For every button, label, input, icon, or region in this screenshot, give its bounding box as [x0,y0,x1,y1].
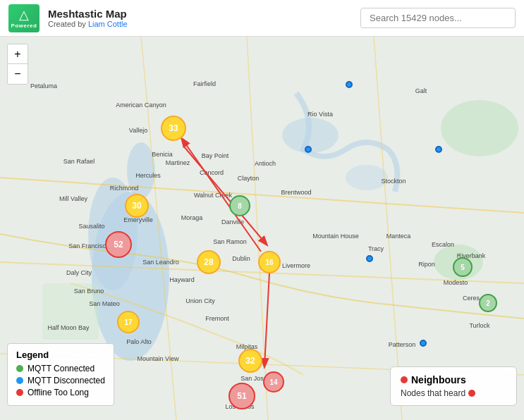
node-cluster-c1[interactable]: 33 [161,116,186,141]
legend-item-label: Offline Too Long [28,388,89,397]
legend-color-dot [16,377,23,384]
svg-point-5 [346,165,388,190]
legend-title: Legend [16,350,105,360]
svg-point-3 [127,142,155,199]
node-cluster-c5[interactable]: 28 [197,250,221,274]
zoom-out-button[interactable]: − [8,64,28,84]
app-title: Meshtastic Map [48,8,128,20]
subtitle-prefix: Created by [48,20,88,28]
blue-dot-b4[interactable] [366,255,373,262]
legend-items: MQTT ConnectedMQTT DisconnectedOffline T… [16,364,105,397]
node-cluster-c7[interactable]: 16 [258,251,281,273]
legend-color-dot [16,389,23,396]
neighbours-subtitle: Nodes that heard [401,388,506,398]
legend-item: MQTT Disconnected [16,376,105,385]
zoom-in-button[interactable]: + [8,44,28,64]
subtitle: Created by Liam Cottle [48,20,128,28]
neighbours-icon [401,376,408,383]
legend: Legend MQTT ConnectedMQTT DisconnectedOf… [7,343,114,406]
node-cluster-c6[interactable]: 8 [229,195,250,216]
node-cluster-c8[interactable]: 32 [238,349,262,373]
zoom-controls: + − [7,44,28,85]
node-cluster-c9[interactable]: 14 [263,371,284,393]
blue-dot-b2[interactable] [305,146,312,153]
search-input[interactable] [360,8,516,28]
neighbours-title-text: Neighbours [411,374,466,385]
neighbours-title: Neighbours [401,374,506,385]
logo-icon: △ [19,7,29,23]
legend-item: MQTT Connected [16,364,105,373]
legend-item-label: MQTT Disconnected [28,376,105,385]
legend-color-dot [16,365,23,372]
header: △ Powered Meshtastic Map Created by Liam… [0,0,524,37]
node-cluster-c11[interactable]: 5 [453,257,473,277]
map-container: + − 333052172881632145152 PetalumaFairfi… [0,37,524,420]
svg-point-12 [441,100,518,156]
neighbours-subtitle-icon [468,390,475,397]
blue-dot-b5[interactable] [420,340,427,347]
powered-label: Powered [11,23,37,29]
logo-box: △ Powered [8,4,39,32]
node-cluster-c12[interactable]: 2 [479,294,497,312]
author-link[interactable]: Liam Cottle [88,20,128,28]
legend-item: Offline Too Long [16,388,105,397]
neighbours-subtitle-text: Nodes that heard [401,388,465,398]
node-cluster-c10[interactable]: 51 [229,383,255,409]
blue-dot-b3[interactable] [435,146,442,153]
title-section: Meshtastic Map Created by Liam Cottle [48,8,128,28]
node-cluster-c2[interactable]: 30 [125,194,149,218]
node-cluster-c4[interactable]: 17 [117,311,140,333]
neighbours-popup: Neighbours Nodes that heard [390,366,517,406]
svg-rect-14 [42,283,99,340]
node-cluster-c3[interactable]: 52 [105,231,132,258]
legend-item-label: MQTT Connected [28,364,95,373]
blue-dot-b1[interactable] [346,81,353,88]
